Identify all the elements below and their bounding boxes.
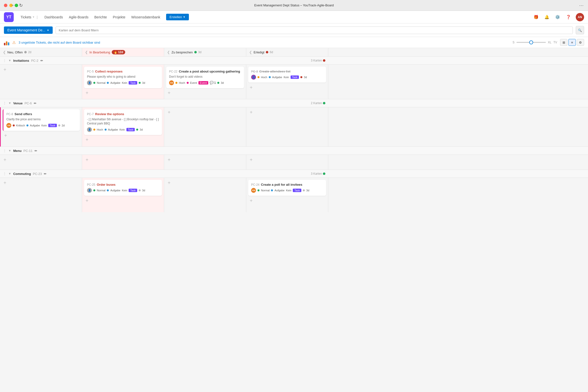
- card-pc5: PC-5 Collect responses Please specify wh…: [84, 67, 162, 88]
- card-title[interactable]: Create attendees list: [259, 70, 290, 73]
- add-card-btn[interactable]: +: [2, 180, 8, 186]
- board-selector-button[interactable]: Event Management De... ▼: [4, 26, 53, 34]
- help-icon[interactable]: ❓: [565, 14, 572, 20]
- edit-icon[interactable]: ✏: [44, 172, 46, 176]
- add-card-btn[interactable]: +: [248, 157, 254, 163]
- cell-invitations-zu-besprechen: PC-22 Create a post about upcoming gathe…: [164, 65, 246, 99]
- karten-dot: [323, 59, 325, 62]
- time-dot: [58, 124, 60, 126]
- type-label: Aufgabe: [30, 124, 40, 127]
- sl-more-icon[interactable]: ⋮: [3, 149, 6, 153]
- version-label: Kein: [42, 124, 47, 127]
- app-logo[interactable]: YT: [4, 12, 14, 22]
- add-card-btn[interactable]: +: [166, 90, 172, 96]
- bell-icon[interactable]: 🔔: [544, 14, 550, 20]
- type-label: Aufgabe: [110, 81, 120, 84]
- sl-collapse-icon[interactable]: ▼: [8, 102, 11, 105]
- cell-invitations-neu: +: [0, 65, 82, 99]
- card-id: PC-8: [6, 112, 13, 116]
- col-collapse-icon[interactable]: ❮: [3, 50, 6, 54]
- size-slider-thumb[interactable]: [529, 40, 533, 44]
- filter-bar: Event Management De... ▼ 🔍: [0, 24, 588, 37]
- nav-wissensdatenbank[interactable]: Wissensdatenbank: [128, 11, 163, 23]
- col-header-neu: ❮ Neu, Offen 2d: [0, 48, 82, 56]
- swimlane-cells-invitations: + PC-5 Collect responses Please specify …: [0, 65, 588, 99]
- nav-berichte[interactable]: Berichte: [92, 11, 110, 23]
- add-card-btn[interactable]: +: [248, 198, 254, 204]
- status-bar: ⚠ 3 ungelöste Tickets, die nicht auf dem…: [0, 37, 588, 48]
- size-slider: S XL TV: [512, 41, 557, 44]
- edit-icon[interactable]: ✏: [40, 59, 43, 62]
- col-collapse-icon[interactable]: ❮: [167, 50, 170, 54]
- add-card-btn[interactable]: +: [248, 84, 254, 90]
- type-dot: [107, 82, 109, 84]
- card-title[interactable]: Create a poll for all invitees: [261, 183, 302, 186]
- type-dot: [104, 128, 106, 130]
- view-board-btn[interactable]: ⊞: [560, 39, 568, 46]
- sl-collapse-icon[interactable]: ▼: [8, 59, 11, 62]
- task-badge: Task: [128, 81, 137, 84]
- unresolved-tickets-link[interactable]: 3 ungelöste Tickets, die nicht auf dem B…: [18, 41, 100, 44]
- view-settings-btn[interactable]: ⚙: [577, 39, 584, 46]
- sl-collapse-icon[interactable]: ▼: [8, 149, 11, 152]
- card-title[interactable]: Collect responses: [95, 70, 122, 73]
- time-dot: [136, 128, 138, 130]
- card-footer: AN Normal Aufgabe Kein Task 3d: [251, 188, 323, 193]
- add-card-btn[interactable]: +: [2, 157, 8, 163]
- card-footer: 👤 Hoch Aufgabe Kein Task 3d: [87, 127, 159, 132]
- sl-more-icon[interactable]: ⋮: [3, 101, 6, 105]
- edit-icon[interactable]: ✏: [34, 149, 37, 153]
- gift-icon[interactable]: 🎁: [533, 14, 540, 20]
- card-pc3: PC-3 Create attendees list 👤 Hoch Aufgab…: [248, 67, 326, 82]
- col-collapse-icon[interactable]: ❮: [85, 50, 88, 54]
- sl-more-icon[interactable]: ⋮: [3, 58, 6, 62]
- create-button[interactable]: Erstellen ▼: [166, 14, 189, 20]
- priority-dot: [258, 76, 260, 78]
- card-id: PC-7: [87, 112, 94, 116]
- close-btn[interactable]: [4, 4, 7, 7]
- card-id: PC-5: [87, 70, 94, 73]
- add-card-btn[interactable]: +: [248, 109, 254, 115]
- priority-label: Hoch: [261, 76, 267, 79]
- add-card-btn[interactable]: +: [2, 67, 8, 72]
- nav-dashboards[interactable]: Dashboards: [42, 11, 66, 23]
- time-label: 3d: [306, 189, 309, 192]
- back-icon[interactable]: ←: [11, 3, 15, 8]
- add-card-btn[interactable]: +: [3, 133, 8, 139]
- add-card-btn[interactable]: +: [84, 90, 90, 96]
- filter-input[interactable]: [56, 26, 573, 34]
- add-card-btn[interactable]: +: [84, 137, 90, 143]
- add-card-btn[interactable]: +: [166, 180, 172, 186]
- card-title[interactable]: Create a post about upcoming gathering: [179, 70, 240, 73]
- cell-commuting-zu-besprechen: +: [164, 178, 246, 212]
- more-options[interactable]: ⋯: [579, 3, 584, 8]
- card-id: PC-25: [87, 183, 95, 186]
- card-title[interactable]: Order buses: [97, 183, 116, 186]
- card-footer: 👤 Hoch Aufgabe Kein Task 3d: [251, 75, 323, 80]
- refresh-icon[interactable]: ↻: [19, 3, 23, 8]
- view-list-btn[interactable]: ≡: [568, 39, 576, 46]
- sl-collapse-icon[interactable]: ▼: [8, 172, 11, 176]
- sl-karten-invitations: 3 Karten: [311, 59, 325, 62]
- edit-icon[interactable]: ✏: [34, 102, 36, 105]
- nav-projekte[interactable]: Projekte: [110, 11, 128, 23]
- add-card-btn[interactable]: +: [166, 109, 172, 115]
- add-card-btn[interactable]: +: [166, 157, 172, 163]
- add-card-btn[interactable]: +: [84, 157, 90, 163]
- topnav-right: 🎁 🔔 ⚙️ ❓ AN: [533, 13, 584, 21]
- card-footer: 👤 Normal Aufgabe Kein Task 3d: [87, 80, 159, 85]
- nav-tickets[interactable]: Tickets ▼ |: [18, 11, 42, 23]
- col-collapse-icon[interactable]: ❮: [249, 50, 252, 54]
- nav-agile-boards[interactable]: Agile-Boards: [66, 11, 92, 23]
- settings-icon[interactable]: ⚙️: [554, 14, 561, 20]
- search-button[interactable]: 🔍: [576, 26, 584, 34]
- card-title[interactable]: Review the options: [95, 112, 124, 116]
- sl-more-icon[interactable]: ⋮: [3, 172, 6, 176]
- priority-label: Normal: [261, 189, 270, 192]
- add-card-btn[interactable]: +: [84, 198, 90, 204]
- size-slider-track[interactable]: [516, 42, 546, 43]
- cell-menu-neu: +: [0, 155, 82, 170]
- user-avatar[interactable]: AN: [576, 13, 584, 21]
- col-badge: 🔥 12d: [112, 50, 125, 54]
- card-title[interactable]: Send offers: [14, 112, 32, 116]
